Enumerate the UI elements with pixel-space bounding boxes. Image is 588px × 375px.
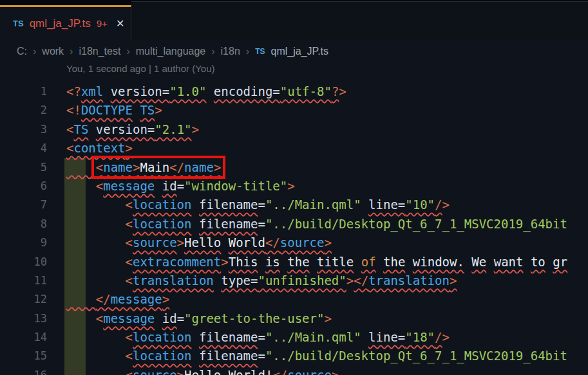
code-token: <! [66, 103, 81, 117]
code-line-content: <message id="window-title"> [66, 177, 295, 196]
indent-whitespace [66, 197, 126, 212]
line-number[interactable]: 14 [0, 328, 47, 347]
line-number[interactable]: 16 [0, 366, 47, 375]
code-line[interactable]: 2<!DOCTYPE TS> [0, 101, 588, 120]
code-token: < [126, 349, 133, 363]
code-token: version= [96, 122, 155, 136]
code-token [191, 197, 198, 212]
code-token: line= [368, 197, 405, 212]
line-number[interactable]: 3 [0, 120, 47, 139]
line-number[interactable]: 4 [0, 139, 47, 158]
annotation-red-box: <name>Main</name> [96, 160, 222, 174]
code-token: / [435, 197, 442, 212]
code-token: = [177, 311, 184, 325]
line-number[interactable]: 5 [0, 158, 47, 177]
breadcrumb-separator-icon: › [33, 46, 36, 57]
code-line-content: <?xml version="1.0" encoding="utf-8"?> [66, 82, 346, 101]
code-token: "18" [405, 330, 435, 344]
code-token: > [346, 273, 354, 288]
code-token: source [287, 368, 332, 375]
code-line[interactable]: 9 <source>Hello World</source> [0, 233, 588, 252]
code-token [486, 255, 493, 269]
line-number[interactable]: 7 [0, 196, 47, 214]
line-number[interactable]: 15 [0, 347, 47, 365]
code-token: type= [221, 273, 258, 288]
line-number[interactable]: 9 [0, 233, 47, 252]
breadcrumb-item[interactable]: C: [17, 46, 27, 57]
code-token: </ [96, 292, 111, 306]
code-token: < [126, 368, 133, 375]
code-line-content: <source>Hello World</source> [66, 233, 332, 252]
indent-whitespace [66, 235, 126, 250]
code-token: "../build/Desktop_Qt_6_7_1_MSVC2019_64bi… [265, 217, 567, 231]
code-token: > [126, 141, 133, 155]
indent-whitespace [66, 349, 126, 363]
code-token: > [450, 273, 457, 288]
code-line[interactable]: 14 <location filename="../Main.qml" line… [0, 328, 588, 347]
code-line[interactable]: 3<TS version="2.1"> [0, 120, 588, 139]
gitlens-blame-annotation[interactable]: You, 1 second ago | 1 author (You) [0, 63, 588, 82]
indent-whitespace [66, 160, 96, 174]
code-token: < [126, 330, 133, 344]
breadcrumb-file[interactable]: qml_ja_JP.ts [270, 46, 328, 57]
breadcrumb-item[interactable]: i18n_test [79, 46, 120, 57]
code-token: is [265, 255, 280, 269]
code-token: filename [199, 217, 258, 231]
close-icon[interactable]: ✕ [116, 17, 124, 30]
code-token: name [184, 160, 214, 174]
code-token: source [280, 235, 325, 250]
code-token: DOCTYPE [81, 103, 133, 117]
code-line-content: <source>Hello World!</source> [66, 366, 339, 375]
tab-qml-ja-jp[interactable]: TS qml_ja_JP.ts 9+ ✕ [0, 5, 131, 40]
code-line[interactable]: 12 </message> [0, 290, 588, 309]
code-line[interactable]: 7 <location filename="../Main.qml" line=… [0, 196, 588, 214]
code-line[interactable]: 16 <source>Hello World!</source> [0, 366, 588, 375]
code-token: location [133, 330, 192, 344]
code-line[interactable]: 8 <location filename="../build/Desktop_Q… [0, 215, 588, 233]
code-token: encoding= [214, 84, 280, 98]
line-number[interactable]: 2 [0, 101, 47, 120]
line-number[interactable]: 11 [0, 271, 47, 290]
code-token: > [162, 292, 169, 306]
code-token: "../build/Desktop_Qt_6_7_1_MSVC2019_64bi… [265, 349, 567, 363]
line-number[interactable]: 12 [0, 290, 47, 309]
line-number[interactable]: 8 [0, 215, 47, 233]
line-number[interactable]: 10 [0, 253, 47, 271]
code-line[interactable]: 15 <location filename="../build/Desktop_… [0, 347, 588, 365]
code-token: We [471, 255, 486, 269]
code-line[interactable]: 5 <name>Main</name> [0, 158, 588, 177]
breadcrumb-item[interactable]: multi_language [136, 46, 206, 57]
indent-whitespace [66, 217, 126, 231]
code-line[interactable]: 10 <extracomment>This is the title of th… [0, 253, 588, 271]
code-token: > [192, 122, 199, 136]
code-token [191, 217, 198, 231]
code-token: "10" [405, 197, 435, 212]
code-token: xml [81, 84, 103, 98]
code-line[interactable]: 4<context> [0, 139, 588, 158]
code-token: filename [199, 330, 258, 344]
line-number[interactable]: 13 [0, 309, 47, 328]
code-token: / [435, 330, 442, 344]
breadcrumb-item[interactable]: work [42, 46, 64, 57]
code-token: > [177, 368, 184, 375]
code-token: > [339, 84, 346, 98]
problems-count-badge: 9+ [97, 18, 108, 29]
code-token: Main [140, 160, 169, 174]
code-line[interactable]: 13 <message id="greet-to-the-user"> [0, 309, 588, 328]
code-editor[interactable]: 1<?xml version="1.0" encoding="utf-8"?>2… [0, 82, 588, 375]
code-token: Hello World! [184, 368, 272, 375]
code-token [354, 255, 361, 269]
line-number[interactable]: 1 [0, 82, 47, 101]
breadcrumb-item[interactable]: i18n [221, 46, 240, 57]
code-token: > [324, 311, 331, 325]
code-line[interactable]: 1<?xml version="1.0" encoding="utf-8"?> [0, 82, 588, 101]
indent-whitespace [66, 311, 96, 325]
line-number[interactable]: 6 [0, 177, 47, 196]
code-token [221, 235, 228, 250]
code-token: TS [140, 103, 155, 117]
code-token [545, 255, 553, 269]
code-token: translation [133, 273, 214, 288]
code-token [155, 311, 162, 325]
code-line[interactable]: 6 <message id="window-title"> [0, 177, 588, 196]
code-line[interactable]: 11 <translation type="unfinished"></tran… [0, 271, 588, 290]
